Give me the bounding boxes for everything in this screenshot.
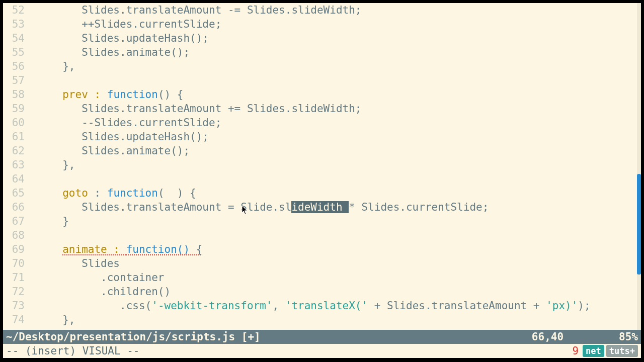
code-token: } — [62, 215, 69, 227]
code-line[interactable]: }, — [31, 59, 637, 73]
editor-window: 5253545556575859606162636465666768697071… — [3, 3, 641, 358]
code-token: Slides.translateAmount = Slide.sl — [82, 201, 291, 213]
code-line[interactable] — [31, 172, 637, 186]
code-token: + Slides.translateAmount + — [368, 300, 546, 312]
scrollbar-thumb[interactable] — [637, 174, 641, 275]
code-token: ideWidth — [291, 201, 349, 213]
line-number: 54 — [3, 31, 25, 45]
code-token: }, — [62, 159, 75, 171]
code-token: '-webkit-transform' — [151, 300, 272, 312]
code-line[interactable]: }, — [31, 158, 637, 172]
line-number: 66 — [3, 200, 25, 214]
line-number-gutter: 5253545556575859606162636465666768697071… — [3, 3, 31, 358]
code-line[interactable] — [31, 228, 637, 242]
code-token: goto — [62, 187, 88, 199]
code-token: 'px)' — [546, 300, 578, 312]
editor-mode: -- (insert) VISUAL -- — [6, 345, 572, 357]
code-token: ( ) { — [158, 187, 196, 199]
nettuts-logo: net tuts+ — [583, 345, 638, 357]
line-number: 58 — [3, 87, 25, 102]
line-number: 60 — [3, 116, 25, 130]
code-token: ++Slides.currentSlide; — [82, 18, 221, 30]
code-token: () { — [158, 88, 184, 101]
line-number: 64 — [3, 172, 25, 186]
mode-count: 9 — [572, 345, 579, 357]
code-token: 'translateX(' — [285, 300, 368, 312]
code-line[interactable]: Slides.animate(); — [31, 144, 637, 158]
code-token: Slides.translateAmount -= Slides.slideWi… — [82, 4, 361, 16]
line-number: 61 — [3, 130, 25, 144]
scroll-percent: 85% — [619, 331, 638, 343]
code-line[interactable]: .container — [31, 270, 637, 285]
code-line[interactable]: .children() — [31, 285, 637, 299]
line-number: 52 — [3, 3, 25, 17]
code-token: prev : — [62, 88, 107, 101]
line-number: 65 — [3, 186, 25, 200]
line-number: 59 — [3, 102, 25, 116]
code-token: Slides.updateHash(); — [82, 131, 209, 143]
line-number: 71 — [3, 270, 25, 285]
line-number: 62 — [3, 144, 25, 158]
line-number: 68 — [3, 228, 25, 242]
code-line[interactable]: }, — [31, 313, 637, 327]
line-number: 73 — [3, 299, 25, 313]
line-number: 69 — [3, 242, 25, 256]
code-token: Slides.updateHash(); — [82, 32, 209, 44]
file-path: ~/Desktop/presentation/js/scripts.js [+] — [6, 331, 532, 343]
line-number: 55 — [3, 45, 25, 59]
code-line[interactable]: Slides.translateAmount -= Slides.slideWi… — [31, 3, 637, 17]
code-token: --Slides.currentSlide; — [82, 117, 221, 129]
line-number: 56 — [3, 59, 25, 73]
code-line[interactable]: --Slides.currentSlide; — [31, 116, 637, 130]
code-line[interactable]: Slides.translateAmount += Slides.slideWi… — [31, 102, 637, 116]
code-token: ); — [578, 300, 590, 312]
code-token: Slides.animate(); — [82, 145, 190, 157]
code-token: Slides.animate(); — [82, 46, 190, 58]
code-line[interactable]: Slides — [31, 256, 637, 270]
logo-tuts: tuts+ — [606, 345, 638, 357]
mode-line: -- (insert) VISUAL -- 9 net tuts+ — [3, 344, 641, 358]
logo-net: net — [583, 345, 604, 357]
code-token: .container — [101, 272, 164, 284]
code-token: .children() — [101, 286, 171, 298]
line-number: 72 — [3, 285, 25, 299]
cursor-position: 66,40 — [532, 331, 564, 343]
line-number: 70 — [3, 256, 25, 270]
code-line[interactable]: Slides.animate(); — [31, 45, 637, 59]
code-token: function — [107, 88, 158, 101]
code-line[interactable]: Slides.translateAmount = Slide.slideWidt… — [31, 200, 637, 214]
code-line[interactable] — [31, 73, 637, 87]
scrollbar-track[interactable] — [637, 3, 641, 358]
code-line[interactable]: Slides.updateHash(); — [31, 130, 637, 144]
code-line[interactable]: Slides.updateHash(); — [31, 31, 637, 45]
status-bar: ~/Desktop/presentation/js/scripts.js [+]… — [3, 330, 641, 344]
code-token: }, — [62, 314, 75, 326]
line-number: 63 — [3, 158, 25, 172]
code-line[interactable]: ++Slides.currentSlide; — [31, 17, 637, 31]
code-token: function() — [126, 243, 190, 255]
code-line[interactable]: animate : function() { — [31, 242, 637, 256]
code-token: }, — [62, 60, 75, 72]
code-token: Slides.translateAmount += Slides.slideWi… — [82, 103, 361, 115]
code-line[interactable]: prev : function() { — [31, 87, 637, 102]
code-token: function — [107, 187, 158, 199]
code-token: : — [88, 187, 107, 199]
code-token: { — [190, 243, 202, 255]
code-line[interactable]: .css('-webkit-transform', 'translateX(' … — [31, 299, 637, 313]
code-token: , — [272, 300, 285, 312]
line-number: 53 — [3, 17, 25, 31]
code-line[interactable]: } — [31, 214, 637, 228]
code-token: * Slides.currentSlide; — [349, 201, 489, 213]
line-number: 74 — [3, 313, 25, 327]
code-token: Slides — [82, 257, 120, 269]
code-token: .css( — [120, 300, 151, 312]
code-token: animate : — [62, 243, 126, 255]
code-area[interactable]: Slides.translateAmount -= Slides.slideWi… — [31, 3, 637, 358]
code-line[interactable]: goto : function( ) { — [31, 186, 637, 200]
line-number: 57 — [3, 73, 25, 87]
line-number: 67 — [3, 214, 25, 228]
